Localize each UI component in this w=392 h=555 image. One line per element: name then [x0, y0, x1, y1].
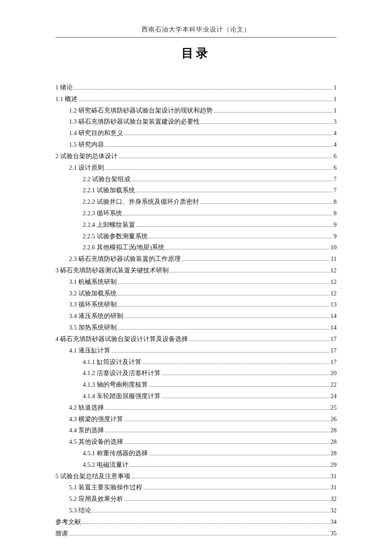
toc-entry: 4.4 泵的选择28	[69, 425, 337, 436]
toc-entry-page: 6	[334, 162, 337, 173]
toc-entry-page: 34	[331, 516, 337, 528]
toc-leader-dots	[136, 222, 332, 227]
toc-entry-page: 13	[331, 299, 337, 310]
toc-entry: 4.1.4 车轮踏面屈服强度计算24	[83, 390, 337, 402]
toc-leader-dots	[182, 256, 329, 261]
toc-entry-label: 4.3 横梁的强度计算	[69, 413, 123, 425]
toc-entry-label: 1.5 研究内容	[69, 139, 104, 150]
toc-leader-dots	[118, 290, 329, 295]
toc-entry: 参考文献34	[55, 516, 337, 528]
toc-entry-label: 4.1.3 轴的弯曲刚度核算	[83, 379, 148, 390]
toc-entry-label: 参考文献	[55, 516, 81, 528]
toc-entry-label: 1.1 概述	[55, 93, 78, 105]
toc-leader-dots	[82, 519, 329, 524]
toc-entry-page: 17	[331, 333, 337, 345]
toc-leader-dots	[143, 359, 329, 364]
toc-leader-dots	[105, 428, 329, 432]
toc-entry-page: 8	[334, 196, 337, 208]
toc-entry-label: 3.5 加热系统研制	[69, 322, 117, 333]
toc-entry-page: 17	[331, 345, 337, 356]
toc-entry-label: 2.2.5 试验参数测量系统	[83, 231, 148, 242]
toc-entry: 1.4 研究目的和意义4	[69, 127, 337, 139]
toc-entry-page: 28	[331, 436, 337, 448]
toc-entry: 2.2 试验台架组成7	[83, 173, 337, 185]
toc-entry: 2.2.2 试验井口、井身系统及循环介质密封8	[83, 196, 337, 208]
toc-entry: 致谢35	[55, 528, 337, 539]
toc-entry-label: 4.5 其他设备的选择	[69, 436, 123, 448]
toc-leader-dots	[201, 119, 332, 124]
toc-entry-label: 4.1 液压缸计算	[69, 345, 110, 356]
toc-entry-page: 3	[334, 116, 337, 127]
toc-entry-label: 2.2.4 上卸螺纹装置	[83, 219, 135, 231]
toc-entry: 2.2.5 试验参数测量系统9	[83, 231, 337, 242]
toc-leader-dots	[136, 188, 332, 192]
toc-leader-dots	[112, 348, 329, 353]
toc-entry-page: 35	[331, 528, 337, 539]
toc-entry: 5 试验台架总结及注意事项31	[55, 471, 337, 482]
toc-entry: 1.2 研究砾石充填防砂器试验台架设计的现状和趋势1	[69, 105, 337, 116]
toc-entry-page: 28	[331, 448, 337, 459]
toc-entry-label: 3.2 试验加载系统	[69, 288, 117, 299]
toc-entry-page: 24	[331, 390, 337, 402]
toc-leader-dots	[162, 393, 329, 398]
toc-entry-label: 3.1 机械系统研制	[69, 276, 117, 288]
toc-leader-dots	[74, 85, 332, 90]
toc-leader-dots	[200, 199, 332, 204]
toc-entry-label: 3.3 循环系统研制	[69, 299, 117, 310]
toc-leader-dots	[118, 302, 329, 306]
toc-entry-label: 5.3 结论	[69, 505, 91, 516]
toc-leader-dots	[189, 336, 329, 341]
toc-entry-label: 1.4 研究目的和意义	[69, 127, 123, 139]
toc-entry-label: 2.3 砾石充填防砂器试验装置的工作原理	[69, 253, 181, 265]
toc-entry-label: 致谢	[55, 528, 68, 539]
toc-entry: 1 绪论1	[55, 82, 337, 93]
toc-entry-label: 2.2.2 试验井口、井身系统及循环介质密封	[83, 196, 199, 208]
toc-entry: 1.3 砾石充填防砂器试验台架装置建设的必要性3	[69, 116, 337, 127]
table-of-contents: 1 绪论11.1 概述11.2 研究砾石充填防砂器试验台架设计的现状和趋势11.…	[55, 82, 337, 539]
toc-entry-label: 2.1 设计原则	[69, 162, 104, 173]
toc-entry-page: 29	[331, 459, 337, 471]
toc-entry-label: 2.2.6 其他模拟工况(地层)系统	[83, 242, 164, 253]
toc-entry-page: 9	[334, 219, 337, 231]
toc-leader-dots	[124, 496, 329, 501]
toc-entry-label: 2 试验台架的总体设计	[55, 150, 118, 162]
toc-entry: 2.1 设计原则6	[69, 162, 337, 173]
toc-leader-dots	[124, 130, 332, 135]
toc-entry: 4.1 液压缸计算17	[69, 345, 337, 356]
toc-title: 目录	[55, 45, 337, 61]
toc-entry: 2.3 砾石充填防砂器试验装置的工作原理11	[69, 253, 337, 265]
toc-entry: 1.1 概述1	[55, 93, 337, 105]
toc-entry: 5.1 装置主要实验操作过程31	[69, 482, 337, 493]
toc-leader-dots	[149, 451, 329, 455]
toc-leader-dots	[214, 107, 332, 112]
toc-entry-label: 5 试验台架总结及注意事项	[55, 471, 130, 482]
toc-entry-label: 4.1.4 车轮踏面屈服强度计算	[83, 390, 161, 402]
toc-entry: 1.5 研究内容4	[69, 139, 337, 150]
toc-entry-page: 31	[331, 482, 337, 493]
toc-leader-dots	[118, 279, 329, 284]
toc-entry-page: 22	[331, 379, 337, 390]
toc-entry: 3.3 循环系统研制13	[69, 299, 337, 310]
toc-entry-page: 12	[331, 276, 337, 288]
toc-leader-dots	[105, 165, 332, 170]
page-header: 西南石油大学本科毕业设计（论文）	[55, 26, 337, 34]
toc-entry-page: 4	[334, 127, 337, 139]
toc-entry-page: 31	[331, 471, 337, 482]
toc-entry-page: 25	[331, 402, 337, 413]
toc-entry-page: 14	[331, 310, 337, 322]
toc-entry: 2 试验台架的总体设计6	[55, 150, 337, 162]
document-page: 西南石油大学本科毕业设计（论文） 目录 1 绪论11.1 概述11.2 研究砾石…	[0, 0, 392, 555]
toc-leader-dots	[79, 96, 332, 101]
toc-entry-label: 5.2 应用及效果分析	[69, 493, 123, 505]
toc-entry: 4.3 横梁的强度计算26	[69, 413, 337, 425]
toc-leader-dots	[92, 508, 329, 512]
toc-entry-label: 1 绪论	[55, 82, 73, 93]
toc-entry-page: 28	[331, 425, 337, 436]
toc-leader-dots	[149, 233, 332, 238]
toc-entry: 4.1.3 轴的弯曲刚度核算22	[83, 379, 337, 390]
toc-entry-page: 17	[331, 356, 337, 368]
toc-entry-label: 4.4 泵的选择	[69, 425, 104, 436]
toc-entry-label: 4.1.2 活塞设计及活塞杆计算	[83, 367, 161, 379]
toc-entry-page: 32	[331, 493, 337, 505]
toc-entry-page: 9	[334, 231, 337, 242]
